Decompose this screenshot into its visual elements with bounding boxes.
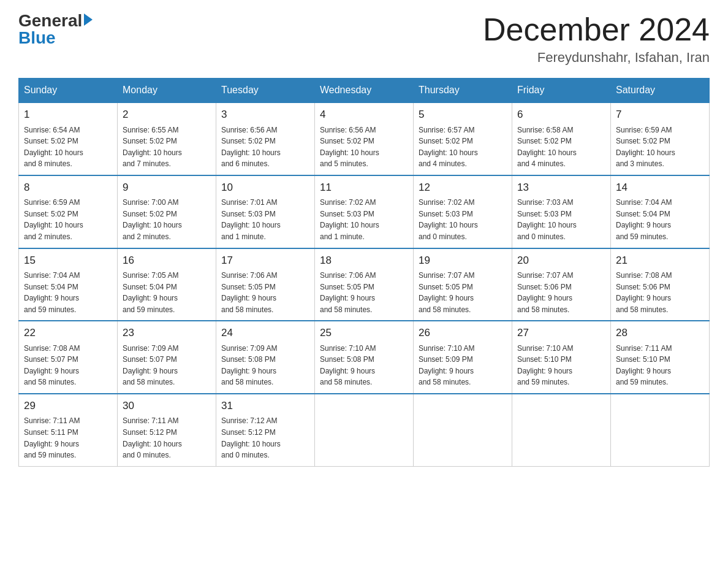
day-number: 6 — [517, 107, 605, 123]
column-header-sunday: Sunday — [19, 79, 118, 103]
day-number: 25 — [320, 325, 408, 341]
day-number: 17 — [221, 253, 309, 269]
calendar-week-row: 29Sunrise: 7:11 AM Sunset: 5:11 PM Dayli… — [19, 394, 710, 466]
day-info: Sunrise: 7:04 AM Sunset: 5:04 PM Dayligh… — [616, 197, 704, 242]
day-number: 21 — [616, 253, 704, 269]
day-info: Sunrise: 7:02 AM Sunset: 5:03 PM Dayligh… — [320, 197, 408, 242]
day-info: Sunrise: 6:57 AM Sunset: 5:02 PM Dayligh… — [419, 124, 507, 170]
day-info: Sunrise: 7:02 AM Sunset: 5:03 PM Dayligh… — [419, 197, 507, 242]
calendar-cell: 14Sunrise: 7:04 AM Sunset: 5:04 PM Dayli… — [611, 175, 710, 248]
day-number: 8 — [24, 180, 112, 196]
day-number: 7 — [616, 107, 704, 123]
calendar-week-row: 15Sunrise: 7:04 AM Sunset: 5:04 PM Dayli… — [19, 248, 710, 321]
title-section: December 2024 Fereydunshahr, Isfahan, Ir… — [483, 12, 710, 66]
day-info: Sunrise: 7:12 AM Sunset: 5:12 PM Dayligh… — [221, 415, 309, 461]
calendar-cell: 29Sunrise: 7:11 AM Sunset: 5:11 PM Dayli… — [19, 394, 118, 466]
calendar-cell: 1Sunrise: 6:54 AM Sunset: 5:02 PM Daylig… — [19, 102, 118, 175]
day-number: 12 — [419, 180, 507, 196]
day-number: 16 — [123, 253, 211, 269]
day-info: Sunrise: 6:54 AM Sunset: 5:02 PM Dayligh… — [24, 124, 112, 170]
day-number: 23 — [123, 325, 211, 341]
column-header-saturday: Saturday — [611, 79, 710, 103]
day-info: Sunrise: 7:01 AM Sunset: 5:03 PM Dayligh… — [221, 197, 309, 242]
page-header: General Blue December 2024 Fereydunshahr… — [18, 12, 710, 66]
calendar-cell: 7Sunrise: 6:59 AM Sunset: 5:02 PM Daylig… — [611, 102, 710, 175]
day-number: 24 — [221, 325, 309, 341]
day-info: Sunrise: 7:11 AM Sunset: 5:10 PM Dayligh… — [616, 343, 704, 388]
calendar-cell: 15Sunrise: 7:04 AM Sunset: 5:04 PM Dayli… — [19, 248, 118, 321]
calendar-cell: 24Sunrise: 7:09 AM Sunset: 5:08 PM Dayli… — [216, 321, 315, 394]
calendar-cell — [414, 394, 512, 466]
column-header-friday: Friday — [512, 79, 611, 103]
calendar-cell: 11Sunrise: 7:02 AM Sunset: 5:03 PM Dayli… — [315, 175, 414, 248]
day-info: Sunrise: 7:05 AM Sunset: 5:04 PM Dayligh… — [123, 270, 211, 315]
calendar-cell — [611, 394, 710, 466]
calendar-cell — [512, 394, 611, 466]
calendar-cell: 2Sunrise: 6:55 AM Sunset: 5:02 PM Daylig… — [118, 102, 216, 175]
day-info: Sunrise: 7:08 AM Sunset: 5:06 PM Dayligh… — [616, 270, 704, 315]
calendar-cell: 31Sunrise: 7:12 AM Sunset: 5:12 PM Dayli… — [216, 394, 315, 466]
calendar-cell: 25Sunrise: 7:10 AM Sunset: 5:08 PM Dayli… — [315, 321, 414, 394]
calendar-cell: 28Sunrise: 7:11 AM Sunset: 5:10 PM Dayli… — [611, 321, 710, 394]
calendar-cell: 22Sunrise: 7:08 AM Sunset: 5:07 PM Dayli… — [19, 321, 118, 394]
day-number: 26 — [419, 325, 507, 341]
calendar-cell: 26Sunrise: 7:10 AM Sunset: 5:09 PM Dayli… — [414, 321, 512, 394]
day-info: Sunrise: 7:03 AM Sunset: 5:03 PM Dayligh… — [517, 197, 605, 242]
day-number: 29 — [24, 398, 112, 414]
day-number: 4 — [320, 107, 408, 123]
calendar-cell: 8Sunrise: 6:59 AM Sunset: 5:02 PM Daylig… — [19, 175, 118, 248]
logo-general-text: General — [18, 12, 82, 29]
day-number: 2 — [123, 107, 211, 123]
calendar-cell: 9Sunrise: 7:00 AM Sunset: 5:02 PM Daylig… — [118, 175, 216, 248]
logo-arrow-icon — [84, 13, 93, 26]
calendar-cell: 27Sunrise: 7:10 AM Sunset: 5:10 PM Dayli… — [512, 321, 611, 394]
calendar-cell: 23Sunrise: 7:09 AM Sunset: 5:07 PM Dayli… — [118, 321, 216, 394]
location-subtitle: Fereydunshahr, Isfahan, Iran — [483, 50, 710, 66]
day-info: Sunrise: 7:07 AM Sunset: 5:06 PM Dayligh… — [517, 270, 605, 315]
logo-blue-text: Blue — [18, 29, 56, 47]
day-number: 31 — [221, 398, 309, 414]
day-number: 10 — [221, 180, 309, 196]
day-info: Sunrise: 7:08 AM Sunset: 5:07 PM Dayligh… — [24, 343, 112, 388]
day-info: Sunrise: 7:00 AM Sunset: 5:02 PM Dayligh… — [123, 197, 211, 242]
logo: General Blue — [18, 12, 93, 47]
day-info: Sunrise: 7:10 AM Sunset: 5:08 PM Dayligh… — [320, 343, 408, 388]
day-info: Sunrise: 6:59 AM Sunset: 5:02 PM Dayligh… — [24, 197, 112, 242]
calendar-cell: 10Sunrise: 7:01 AM Sunset: 5:03 PM Dayli… — [216, 175, 315, 248]
day-info: Sunrise: 7:06 AM Sunset: 5:05 PM Dayligh… — [221, 270, 309, 315]
calendar-cell: 17Sunrise: 7:06 AM Sunset: 5:05 PM Dayli… — [216, 248, 315, 321]
calendar-cell: 6Sunrise: 6:58 AM Sunset: 5:02 PM Daylig… — [512, 102, 611, 175]
day-info: Sunrise: 6:55 AM Sunset: 5:02 PM Dayligh… — [123, 124, 211, 170]
calendar-cell: 4Sunrise: 6:56 AM Sunset: 5:02 PM Daylig… — [315, 102, 414, 175]
month-year-title: December 2024 — [483, 12, 710, 47]
day-number: 15 — [24, 253, 112, 269]
day-number: 13 — [517, 180, 605, 196]
day-number: 30 — [123, 398, 211, 414]
calendar-cell: 3Sunrise: 6:56 AM Sunset: 5:02 PM Daylig… — [216, 102, 315, 175]
day-info: Sunrise: 7:10 AM Sunset: 5:09 PM Dayligh… — [419, 343, 507, 388]
day-number: 18 — [320, 253, 408, 269]
calendar-week-row: 8Sunrise: 6:59 AM Sunset: 5:02 PM Daylig… — [19, 175, 710, 248]
day-info: Sunrise: 7:11 AM Sunset: 5:11 PM Dayligh… — [24, 415, 112, 461]
calendar-cell: 16Sunrise: 7:05 AM Sunset: 5:04 PM Dayli… — [118, 248, 216, 321]
day-info: Sunrise: 7:09 AM Sunset: 5:08 PM Dayligh… — [221, 343, 309, 388]
calendar-week-row: 1Sunrise: 6:54 AM Sunset: 5:02 PM Daylig… — [19, 102, 710, 175]
day-info: Sunrise: 7:07 AM Sunset: 5:05 PM Dayligh… — [419, 270, 507, 315]
calendar-cell: 12Sunrise: 7:02 AM Sunset: 5:03 PM Dayli… — [414, 175, 512, 248]
calendar-cell: 13Sunrise: 7:03 AM Sunset: 5:03 PM Dayli… — [512, 175, 611, 248]
day-info: Sunrise: 7:11 AM Sunset: 5:12 PM Dayligh… — [123, 415, 211, 461]
calendar-cell — [315, 394, 414, 466]
calendar-header-row: SundayMondayTuesdayWednesdayThursdayFrid… — [19, 79, 710, 103]
column-header-monday: Monday — [118, 79, 216, 103]
day-info: Sunrise: 6:58 AM Sunset: 5:02 PM Dayligh… — [517, 124, 605, 170]
calendar-cell: 19Sunrise: 7:07 AM Sunset: 5:05 PM Dayli… — [414, 248, 512, 321]
column-header-thursday: Thursday — [414, 79, 512, 103]
column-header-tuesday: Tuesday — [216, 79, 315, 103]
day-info: Sunrise: 6:56 AM Sunset: 5:02 PM Dayligh… — [221, 124, 309, 170]
day-info: Sunrise: 6:59 AM Sunset: 5:02 PM Dayligh… — [616, 124, 704, 170]
calendar-cell: 5Sunrise: 6:57 AM Sunset: 5:02 PM Daylig… — [414, 102, 512, 175]
day-info: Sunrise: 7:10 AM Sunset: 5:10 PM Dayligh… — [517, 343, 605, 388]
day-number: 19 — [419, 253, 507, 269]
day-info: Sunrise: 7:04 AM Sunset: 5:04 PM Dayligh… — [24, 270, 112, 315]
day-info: Sunrise: 7:09 AM Sunset: 5:07 PM Dayligh… — [123, 343, 211, 388]
